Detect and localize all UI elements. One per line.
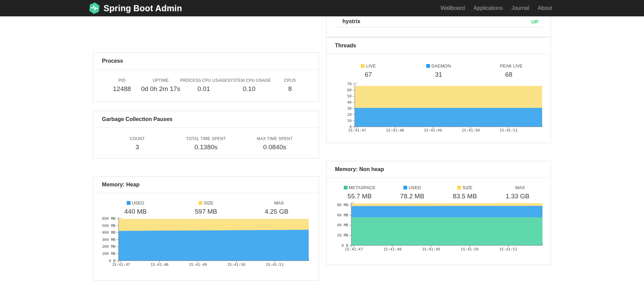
svg-text:15:41:50: 15:41:50 — [227, 262, 245, 267]
stat-value: 0.10 — [227, 85, 271, 93]
stat-label: MAX TIME SPENT — [240, 136, 309, 141]
size-swatch-icon — [457, 186, 461, 189]
threads-chart-wrap: 01020304050607015:41:4715:41:4815:41:491… — [326, 81, 551, 134]
legend-value: 67 — [333, 71, 403, 78]
svg-text:15:41:50: 15:41:50 — [461, 247, 479, 252]
legend-value: 31 — [403, 71, 474, 78]
legend-item-peak-live: PEAK LIVE 68 — [474, 63, 544, 78]
nav-item-about[interactable]: About — [538, 5, 552, 11]
gc-stats-row: COUNT 3 TOTAL TIME SPENT 0.1380s MAX TIM… — [93, 128, 319, 159]
left-column: Process PID 12488 UPTIME 0d 0h 2m 17s PR… — [93, 16, 319, 280]
application-name[interactable]: hystrix — [342, 18, 360, 25]
svg-text:20: 20 — [347, 112, 352, 117]
legend-value: 4.25 GB — [241, 208, 312, 215]
live-swatch-icon — [361, 64, 365, 68]
stat-value: 0.0840s — [240, 143, 309, 151]
legend-value: 68 — [474, 71, 544, 78]
legend-label: MAX — [510, 185, 525, 190]
stat-process-cpu: PROCESS CPU USAGE 0.01 — [180, 78, 227, 93]
svg-text:30: 30 — [347, 106, 352, 111]
memory-nonheap-chart: 0 B20 MB40 MB60 MB80 MB15:41:4715:41:481… — [335, 201, 543, 253]
legend-value: 597 MB — [171, 208, 241, 215]
stat-value: 8 — [271, 85, 309, 93]
stat-cpus: CPUS 8 — [271, 78, 309, 93]
used-swatch-icon — [127, 201, 131, 205]
nav-item-wallboard[interactable]: Wallboard — [441, 5, 465, 11]
stat-system-cpu: SYSTEM CPU USAGE 0.10 — [227, 78, 271, 93]
application-row[interactable]: hystrix UP — [326, 16, 551, 25]
svg-text:15:41:51: 15:41:51 — [499, 247, 517, 252]
legend-label: SIZE — [457, 185, 472, 190]
svg-text:15:41:48: 15:41:48 — [383, 247, 401, 252]
legend-label: DAEMON — [426, 63, 451, 69]
legend-value: 78.2 MB — [386, 193, 439, 200]
stat-gc-total-time: TOTAL TIME SPENT 0.1380s — [172, 136, 241, 151]
svg-text:15:41:51: 15:41:51 — [500, 128, 518, 133]
legend-item-metaspace: METASPACE 55.7 MB — [333, 185, 386, 200]
stat-value: 0.01 — [180, 85, 227, 93]
svg-text:400 MB: 400 MB — [102, 230, 116, 235]
process-card: Process PID 12488 UPTIME 0d 0h 2m 17s PR… — [93, 52, 319, 102]
stat-value: 12488 — [103, 85, 141, 93]
legend-item-size: SIZE 597 MB — [171, 200, 241, 215]
brand-title[interactable]: Spring Boot Admin — [104, 3, 182, 13]
legend-value: 1.33 GB — [491, 193, 544, 200]
legend-label: USED — [127, 200, 144, 206]
brand[interactable]: Spring Boot Admin — [89, 2, 182, 14]
svg-text:15:41:47: 15:41:47 — [348, 128, 366, 133]
nonheap-chart-wrap: 0 B20 MB40 MB60 MB80 MB15:41:4715:41:481… — [326, 201, 551, 254]
threads-card-title: Threads — [335, 43, 356, 48]
used-swatch-icon — [403, 186, 407, 189]
svg-text:300 MB: 300 MB — [102, 238, 116, 242]
metaspace-swatch-icon — [344, 186, 348, 189]
svg-text:60 MB: 60 MB — [337, 213, 348, 217]
navbar-container: Spring Boot Admin Wallboard Applications… — [89, 0, 555, 16]
gc-card: Garbage Collection Pauses COUNT 3 TOTAL … — [93, 111, 319, 158]
svg-text:15:41:47: 15:41:47 — [112, 262, 130, 267]
stat-label: PID — [103, 78, 141, 83]
stat-gc-max-time: MAX TIME SPENT 0.0840s — [240, 136, 309, 151]
memory-heap-card: Memory: Heap USED 440 MB SIZE 597 MB — [93, 176, 319, 280]
row-divider — [336, 27, 542, 27]
process-card-title: Process — [102, 58, 123, 64]
svg-text:15:41:50: 15:41:50 — [462, 128, 480, 133]
svg-text:600 MB: 600 MB — [102, 216, 116, 221]
process-stats-row: PID 12488 UPTIME 0d 0h 2m 17s PROCESS CP… — [93, 70, 319, 101]
legend-item-max: MAX 4.25 GB — [241, 200, 312, 215]
svg-text:15:41:49: 15:41:49 — [189, 262, 207, 267]
heap-chart-wrap: 0 B100 MB200 MB300 MB400 MB500 MB600 MB1… — [93, 216, 319, 269]
svg-text:15:41:47: 15:41:47 — [345, 247, 363, 252]
legend-label: PEAK LIVE — [495, 63, 522, 69]
svg-text:40 MB: 40 MB — [337, 223, 348, 227]
nav-item-applications[interactable]: Applications — [473, 5, 503, 11]
svg-text:500 MB: 500 MB — [102, 224, 116, 228]
memory-nonheap-card-header: Memory: Non heap — [326, 161, 551, 178]
legend-label: SIZE — [199, 200, 214, 206]
legend-value: 83.5 MB — [439, 193, 491, 200]
navbar: Spring Boot Admin Wallboard Applications… — [0, 0, 644, 16]
svg-text:60: 60 — [347, 88, 352, 92]
svg-text:100 MB: 100 MB — [102, 252, 116, 256]
nav-item-journal[interactable]: Journal — [511, 5, 529, 11]
size-swatch-icon — [199, 201, 202, 205]
heap-legend: USED 440 MB SIZE 597 MB MAX 4 — [93, 200, 319, 215]
daemon-swatch-icon — [426, 64, 430, 68]
svg-text:20 MB: 20 MB — [337, 233, 348, 238]
svg-text:10: 10 — [347, 119, 352, 123]
legend-label: MAX — [269, 200, 284, 206]
stat-value: 0.1380s — [172, 143, 241, 151]
memory-nonheap-card-title: Memory: Non heap — [335, 166, 384, 172]
process-card-header: Process — [93, 53, 319, 70]
svg-text:200 MB: 200 MB — [102, 244, 116, 249]
stat-value: 0d 0h 2m 17s — [141, 85, 180, 93]
gc-card-title: Garbage Collection Pauses — [102, 116, 172, 122]
legend-item-used: USED 440 MB — [100, 200, 171, 215]
stat-label: PROCESS CPU USAGE — [180, 78, 227, 83]
stat-gc-count: COUNT 3 — [103, 136, 172, 151]
svg-text:15:41:49: 15:41:49 — [424, 128, 442, 133]
threads-legend: LIVE 67 DAEMON 31 PEAK LIVE 6 — [326, 63, 551, 78]
svg-text:15:41:48: 15:41:48 — [150, 262, 168, 267]
stat-label: SYSTEM CPU USAGE — [227, 78, 271, 83]
threads-card: Threads LIVE 67 DAEMON 31 — [326, 37, 551, 143]
threads-card-header: Threads — [326, 37, 551, 54]
